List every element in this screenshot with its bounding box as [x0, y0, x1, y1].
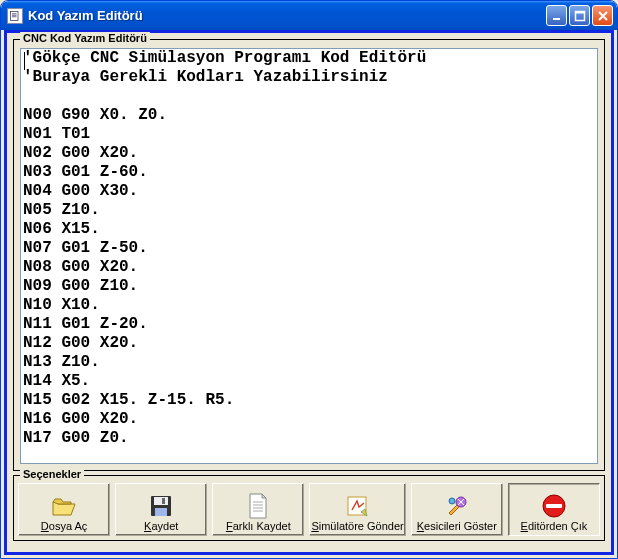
- send-icon: [344, 493, 372, 519]
- svg-rect-6: [575, 11, 584, 13]
- code-line: N08 G00 X20.: [23, 258, 595, 277]
- code-line: [23, 87, 595, 106]
- options-legend: Seçenekler: [20, 468, 84, 480]
- svg-rect-19: [546, 504, 562, 508]
- send-simulator-label: Simülatöre Gönder: [311, 521, 403, 532]
- options-group: Seçenekler Dosya Aç: [13, 475, 605, 541]
- code-line: N09 G00 Z10.: [23, 277, 595, 296]
- editor-group: CNC Kod Yazım Editörü 'Gökçe CNC Simülas…: [13, 39, 605, 471]
- app-icon: [7, 8, 23, 24]
- svg-rect-4: [553, 18, 560, 20]
- code-line: N17 G00 Z0.: [23, 429, 595, 448]
- code-editor[interactable]: 'Gökçe CNC Simülasyon Programı Kod Editö…: [20, 48, 598, 464]
- code-line: N12 G00 X20.: [23, 334, 595, 353]
- code-line: N00 G90 X0. Z0.: [23, 106, 595, 125]
- code-line: N05 Z10.: [23, 201, 595, 220]
- code-line: N07 G01 Z-50.: [23, 239, 595, 258]
- exit-editor-label: Editörden Çık: [521, 521, 588, 532]
- save-label: Kaydet: [144, 521, 178, 532]
- toolbar: Dosya Aç Kaydet: [18, 483, 600, 536]
- minimize-button[interactable]: [546, 5, 567, 26]
- code-line: N02 G00 X20.: [23, 144, 595, 163]
- save-as-button[interactable]: Farklı Kaydet: [212, 483, 304, 536]
- code-line: N04 G00 X30.: [23, 182, 595, 201]
- save-button[interactable]: Kaydet: [115, 483, 207, 536]
- editor-legend: CNC Kod Yazım Editörü: [20, 32, 150, 44]
- svg-point-17: [449, 498, 455, 504]
- maximize-button[interactable]: [569, 5, 590, 26]
- client-area: CNC Kod Yazım Editörü 'Gökçe CNC Simülas…: [4, 30, 614, 555]
- svg-rect-10: [162, 498, 165, 504]
- tools-icon: [443, 493, 471, 519]
- code-line: N06 X15.: [23, 220, 595, 239]
- svg-rect-0: [11, 11, 19, 20]
- save-as-label: Farklı Kaydet: [226, 521, 291, 532]
- code-line: N10 X10.: [23, 296, 595, 315]
- no-entry-icon: [540, 493, 568, 519]
- floppy-disk-icon: [147, 493, 175, 519]
- code-line: 'Gökçe CNC Simülasyon Programı Kod Editö…: [23, 49, 595, 68]
- svg-rect-9: [155, 508, 167, 516]
- exit-editor-button[interactable]: Editörden Çık: [508, 483, 600, 536]
- folder-open-icon: [50, 493, 78, 519]
- code-line: 'Buraya Gerekli Kodları Yazabilirsiniz: [23, 68, 595, 87]
- text-cursor: [24, 52, 25, 70]
- code-line: N15 G02 X15. Z-15. R5.: [23, 391, 595, 410]
- show-cutters-label: Kesicileri Göster: [417, 521, 497, 532]
- code-line: N01 T01: [23, 125, 595, 144]
- title-bar[interactable]: Kod Yazım Editörü: [1, 1, 617, 30]
- code-line: N03 G01 Z-60.: [23, 163, 595, 182]
- app-window: Kod Yazım Editörü CNC Kod Yazım Editörü …: [0, 0, 618, 559]
- svg-rect-8: [154, 497, 168, 505]
- send-simulator-button[interactable]: Simülatöre Gönder: [309, 483, 405, 536]
- code-line: N16 G00 X20.: [23, 410, 595, 429]
- code-line: N14 X5.: [23, 372, 595, 391]
- open-file-button[interactable]: Dosya Aç: [18, 483, 110, 536]
- window-title: Kod Yazım Editörü: [28, 8, 546, 23]
- show-cutters-button[interactable]: Kesicileri Göster: [411, 483, 503, 536]
- code-line: N11 G01 Z-20.: [23, 315, 595, 334]
- code-line: N13 Z10.: [23, 353, 595, 372]
- document-icon: [244, 493, 272, 519]
- close-button[interactable]: [592, 5, 613, 26]
- window-controls: [546, 5, 613, 26]
- open-file-label: Dosya Aç: [41, 521, 87, 532]
